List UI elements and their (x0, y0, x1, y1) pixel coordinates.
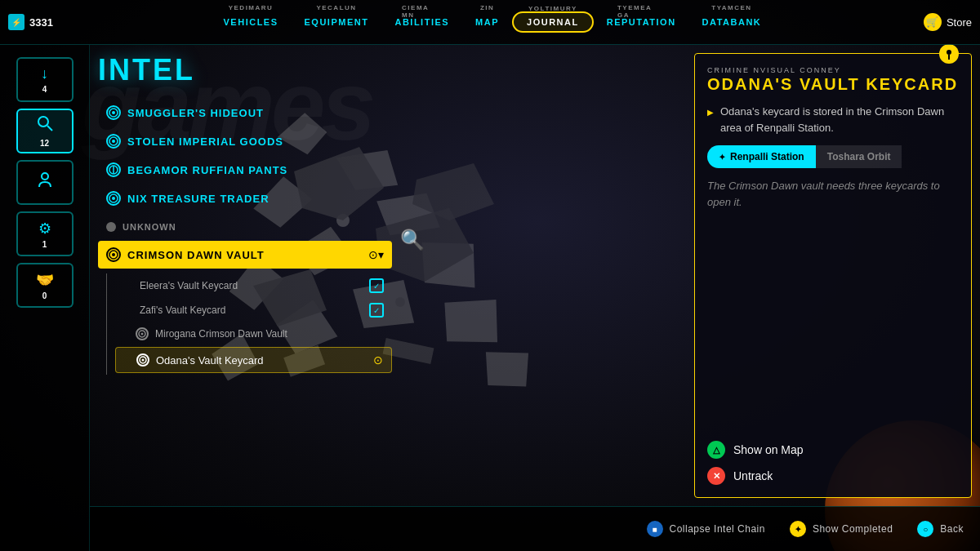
untrack-icon: ✕ (707, 467, 725, 485)
intel-panel: INTEL SMUGGLER'S HIDEOUT (98, 53, 392, 498)
nav-item-map[interactable]: ZIN MAP (462, 12, 512, 32)
detail-title: ODANA'S VAULT KEYCARD (707, 74, 959, 94)
mirogana-quest-icon (136, 327, 149, 340)
detail-hint: The Crimson Dawn vault needs three keyca… (707, 178, 959, 210)
svg-point-35 (141, 333, 144, 335)
svg-point-33 (112, 253, 115, 256)
odana-keycard-label: Odana's Vault Keycard (156, 354, 367, 367)
back-label: Back (940, 523, 964, 535)
zafi-check-icon: ✓ (369, 303, 384, 318)
tab-renpalli-station[interactable]: ✦ Renpalli Station (707, 145, 816, 168)
show-map-icon: △ (707, 441, 725, 459)
eleera-keycard-label: Eleera's Vault Keycard (140, 280, 363, 291)
smugglers-hideout-label: SMUGGLER'S HIDEOUT (127, 107, 264, 119)
sub-item-eleera-keycard[interactable]: Eleera's Vault Keycard ✓ (115, 273, 392, 298)
crimson-dawn-vault-label: CRIMSON DAWN VAULT (127, 249, 362, 261)
search-icon (36, 114, 54, 136)
sidebar-btn-gear[interactable]: ⚙ 1 (16, 211, 74, 256)
nix-trader-icon (106, 191, 121, 206)
nav-equipment-button: YECALUN (316, 4, 356, 11)
collapse-intel-chain-action[interactable]: ■ Collapse Intel Chain (647, 521, 765, 537)
renpalli-tab-icon: ✦ (719, 153, 725, 162)
active-quest-crimson-dawn-vault[interactable]: CRIMSON DAWN VAULT ⊙▾ (98, 241, 392, 269)
stolen-goods-label: STOLEN IMPERIAL GOODS (127, 136, 283, 148)
detail-location-tabs: ✦ Renpalli Station Toshara Orbit (707, 145, 959, 168)
nav-item-equipment[interactable]: YECALUN EQUIPMENT (292, 12, 382, 32)
currency-display: ⚡ 3331 (8, 14, 53, 30)
mirogana-vault-label: Mirogana Crimson Dawn Vault (155, 328, 384, 340)
nav-item-abilities[interactable]: CIEMA MN ABILITIES (381, 12, 462, 32)
top-navigation: ⚡ 3331 YEDIMARU VEHICLES YECALUN EQUIPME… (0, 0, 980, 45)
back-action[interactable]: ○ Back (917, 521, 964, 537)
sidebar-btn-gear-count: 1 (42, 240, 47, 249)
renpalli-tab-label: Renpalli Station (730, 151, 804, 162)
svg-point-31 (112, 197, 115, 200)
store-button[interactable]: 🛒 Store (924, 13, 972, 31)
detail-header: CRIMINE NVISUAL CONNEY ODANA'S VAULT KEY… (707, 66, 959, 94)
svg-point-37 (142, 359, 145, 362)
sidebar-btn-down-count: 4 (42, 85, 47, 94)
eleera-check-icon: ✓ (369, 278, 384, 293)
nix-trader-label: NIX TREASURE TRADER (127, 193, 270, 205)
nav-item-reputation[interactable]: TYEMEA GA REPUTATION (594, 12, 689, 32)
nav-vehicles-button: YEDIMARU (229, 4, 274, 11)
smugglers-hideout-icon (106, 105, 121, 120)
intel-item-smugglers-hideout[interactable]: SMUGGLER'S HIDEOUT (98, 100, 392, 126)
main-content: INTEL SMUGGLER'S HIDEOUT (90, 45, 980, 506)
detail-description-block: ▶ Odana's keycard is stored in the Crims… (707, 104, 959, 136)
unknown-section-header: UNKNOWN (98, 218, 392, 236)
sub-quest-mirogana[interactable]: Mirogana Crimson Dawn Vault (115, 322, 392, 345)
intel-item-nix-trader[interactable]: NIX TREASURE TRADER (98, 185, 392, 211)
show-completed-action[interactable]: ✦ Show Completed (790, 521, 893, 537)
svg-point-38 (947, 50, 951, 55)
toshara-tab-label: Toshara Orbit (827, 151, 891, 162)
detail-subtitle: CRIMINE NVISUAL CONNEY (707, 66, 959, 74)
nav-reputation-button: TYEMEA GA (617, 4, 665, 19)
nav-abilities-button: CIEMA MN (402, 4, 442, 19)
sub-item-zafi-keycard[interactable]: Zafi's Vault Keycard ✓ (115, 298, 392, 322)
svg-point-25 (112, 111, 115, 114)
intel-item-begamor[interactable]: BEGAMOR RUFFIAN PANTS (98, 157, 392, 183)
detail-pin-icon (939, 44, 959, 64)
unknown-dot-icon (106, 222, 116, 232)
nav-item-journal[interactable]: YOLTIMURY JOURNAL (512, 11, 594, 33)
odana-pin-icon: ⊙ (373, 353, 383, 367)
back-icon: ○ (917, 521, 933, 537)
nav-items-container: YEDIMARU VEHICLES YECALUN EQUIPMENT CIEM… (69, 11, 915, 33)
sidebar-btn-handshake-count: 0 (42, 291, 47, 300)
intel-item-stolen-goods[interactable]: STOLEN IMPERIAL GOODS (98, 128, 392, 154)
active-sub-item-odana-keycard[interactable]: Odana's Vault Keycard ⊙ (115, 347, 392, 373)
stolen-goods-icon (106, 134, 121, 149)
collapse-chain-icon: ■ (647, 521, 663, 537)
sidebar-btn-down[interactable]: ↓ 4 (16, 57, 74, 102)
detail-description-text: Odana's keycard is stored in the Crimson… (720, 104, 959, 136)
untrack-action[interactable]: ✕ Untrack (707, 467, 959, 485)
sidebar-btn-person[interactable] (16, 160, 74, 205)
bottom-bar: ■ Collapse Intel Chain ✦ Show Completed … (90, 506, 980, 551)
gear-icon: ⚙ (38, 220, 51, 238)
sidebar-btn-handshake[interactable]: 🤝 0 (16, 263, 74, 308)
nav-map-button: ZIN (480, 4, 494, 11)
store-icon: 🛒 (924, 13, 942, 31)
detail-actions: △ Show on Map ✕ Untrack (707, 441, 959, 485)
begamor-label: BEGAMOR RUFFIAN PANTS (127, 164, 287, 176)
collapse-intel-chain-label: Collapse Intel Chain (670, 523, 765, 535)
show-on-map-label: Show on Map (733, 443, 804, 456)
odana-quest-icon (136, 353, 149, 367)
svg-point-21 (38, 117, 48, 127)
store-label: Store (947, 16, 972, 29)
intel-title: INTEL (98, 53, 392, 87)
show-completed-label: Show Completed (813, 523, 893, 535)
svg-point-27 (112, 140, 115, 143)
nav-item-databank[interactable]: TYAMCEN DATABANK (689, 12, 775, 32)
tab-toshara-orbit[interactable]: Toshara Orbit (816, 145, 902, 168)
sidebar-btn-search[interactable]: 12 (16, 109, 74, 153)
map-pin: 🔍 (400, 229, 425, 251)
show-on-map-action[interactable]: △ Show on Map (707, 441, 959, 459)
nav-item-vehicles[interactable]: YEDIMARU VEHICLES (211, 12, 292, 32)
currency-value: 3331 (29, 16, 53, 29)
detail-panel: CRIMINE NVISUAL CONNEY ODANA'S VAULT KEY… (694, 53, 972, 498)
svg-line-22 (47, 126, 52, 131)
begamor-icon (106, 162, 121, 177)
untrack-label: Untrack (733, 469, 773, 482)
